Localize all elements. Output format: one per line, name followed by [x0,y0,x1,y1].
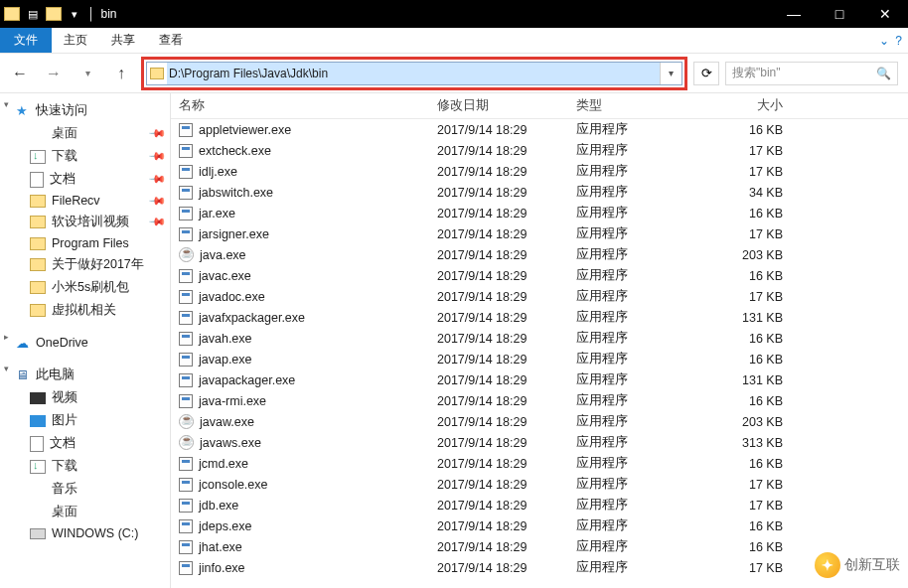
file-icon [179,373,193,387]
ribbon-help-icon[interactable]: ? [895,34,902,48]
back-button[interactable]: ← [6,60,34,87]
ribbon-tab-share[interactable]: 共享 [99,28,147,53]
file-row[interactable]: javadoc.exe 2017/9/14 18:29 应用程序 17 KB [171,286,908,307]
file-icon [179,123,193,137]
qat-folder-icon[interactable] [46,7,62,21]
file-icon [179,457,193,471]
file-row[interactable]: jarsigner.exe 2017/9/14 18:29 应用程序 17 KB [171,223,908,244]
caret-icon[interactable]: ▾ [4,99,9,109]
qat-dropdown-icon[interactable]: ▾ [66,5,83,23]
sidebar-item[interactable]: 虚拟机相关 [0,299,170,322]
file-date: 2017/9/14 18:29 [429,457,568,471]
file-row[interactable]: appletviewer.exe 2017/9/14 18:29 应用程序 16… [171,119,908,140]
search-input[interactable]: 搜索"bin" 🔍 [725,62,898,85]
quick-access-header[interactable]: ★ 快速访问 [0,99,170,122]
file-size: 16 KB [687,269,797,283]
pin-icon: 📌 [147,147,166,166]
file-name: jconsole.exe [199,478,268,492]
sidebar-item[interactable]: 视频 [0,386,170,409]
pin-icon: 📌 [147,191,166,210]
sidebar-item[interactable]: 下载 [0,455,170,478]
file-row[interactable]: idlj.exe 2017/9/14 18:29 应用程序 17 KB [171,161,908,182]
video-icon [30,392,46,404]
column-date[interactable]: 修改日期 [429,97,568,114]
qat-properties-icon[interactable]: ▤ [24,5,42,23]
file-row[interactable]: javaw.exe 2017/9/14 18:29 应用程序 203 KB [171,411,908,432]
ribbon-expand-icon[interactable]: ⌄ [879,34,889,48]
file-row[interactable]: jdb.exe 2017/9/14 18:29 应用程序 17 KB [171,495,908,515]
file-size: 131 KB [687,373,797,387]
sidebar-item[interactable]: WINDOWS (C:) [0,523,170,543]
file-date: 2017/9/14 18:29 [429,207,568,220]
file-name: javaw.exe [200,415,254,429]
sidebar-item[interactable]: 关于做好2017年 [0,253,170,276]
file-row[interactable]: jabswitch.exe 2017/9/14 18:29 应用程序 34 KB [171,182,908,203]
file-row[interactable]: javac.exe 2017/9/14 18:29 应用程序 16 KB [171,265,908,286]
ribbon-tab-home[interactable]: 主页 [52,28,99,53]
sidebar-item[interactable]: 图片 [0,409,170,432]
search-icon[interactable]: 🔍 [876,67,891,80]
file-date: 2017/9/14 18:29 [429,519,568,533]
sidebar-item[interactable]: 桌面 [0,501,170,523]
forward-button[interactable]: → [40,60,68,87]
file-date: 2017/9/14 18:29 [429,561,568,575]
close-button[interactable]: ✕ [862,0,908,28]
recent-dropdown-icon[interactable]: ▾ [74,60,101,87]
column-size[interactable]: 大小 [687,97,797,114]
file-date: 2017/9/14 18:29 [429,499,568,513]
sidebar-item[interactable]: 小米5s刷机包 [0,276,170,299]
sidebar-item[interactable]: 文档 📌 [0,168,170,191]
file-list[interactable]: 名称 修改日期 类型 大小 appletviewer.exe 2017/9/14… [171,93,908,588]
refresh-button[interactable]: ⟳ [693,62,719,85]
sidebar-item[interactable]: 音乐 [0,478,170,501]
file-row[interactable]: javapackager.exe 2017/9/14 18:29 应用程序 13… [171,369,908,390]
file-type: 应用程序 [568,517,687,534]
file-type: 应用程序 [568,434,687,451]
file-date: 2017/9/14 18:29 [429,248,568,262]
address-bar[interactable]: D:\Program Files\Java\Jdk\bin ▾ [146,62,682,85]
navigation-pane[interactable]: ▾ ★ 快速访问 桌面 📌 下载 📌 文档 📌 FileRecv 📌 软设培训视… [0,93,171,588]
file-icon [179,353,193,367]
column-type[interactable]: 类型 [568,97,687,114]
sidebar-item[interactable]: 桌面 📌 [0,122,170,145]
maximize-button[interactable]: □ [817,0,862,28]
minimize-button[interactable]: — [771,0,817,28]
address-path[interactable]: D:\Program Files\Java\Jdk\bin [167,63,660,84]
file-row[interactable]: jinfo.exe 2017/9/14 18:29 应用程序 17 KB [171,557,908,578]
sidebar-item-label: 桌面 [52,125,77,142]
file-date: 2017/9/14 18:29 [429,415,568,429]
file-row[interactable]: jhat.exe 2017/9/14 18:29 应用程序 16 KB [171,536,908,557]
file-row[interactable]: javaws.exe 2017/9/14 18:29 应用程序 313 KB [171,432,908,453]
sidebar-item[interactable]: 下载 📌 [0,145,170,168]
file-row[interactable]: jar.exe 2017/9/14 18:29 应用程序 16 KB [171,203,908,223]
onedrive-header[interactable]: ☁ OneDrive [0,332,170,354]
sidebar-item-label: 桌面 [52,504,77,520]
file-row[interactable]: javah.exe 2017/9/14 18:29 应用程序 16 KB [171,328,908,349]
file-row[interactable]: java.exe 2017/9/14 18:29 应用程序 203 KB [171,244,908,265]
file-row[interactable]: jcmd.exe 2017/9/14 18:29 应用程序 16 KB [171,453,908,474]
file-row[interactable]: java-rmi.exe 2017/9/14 18:29 应用程序 16 KB [171,390,908,411]
address-folder-icon [147,68,167,79]
up-button[interactable]: ↑ [107,60,135,87]
file-row[interactable]: javap.exe 2017/9/14 18:29 应用程序 16 KB [171,349,908,369]
file-tab[interactable]: 文件 [0,28,52,53]
sidebar-item[interactable]: FileRecv 📌 [0,191,170,211]
address-dropdown-icon[interactable]: ▾ [660,63,681,84]
this-pc-header[interactable]: 🖥 此电脑 [0,364,170,386]
caret-icon[interactable]: ▸ [4,332,9,342]
column-name[interactable]: 名称 [171,97,429,114]
file-size: 313 KB [687,436,797,450]
sidebar-item[interactable]: 软设培训视频 📌 [0,211,170,233]
star-icon: ★ [14,103,30,119]
ribbon-tab-view[interactable]: 查看 [147,28,195,53]
sidebar-item[interactable]: Program Files [0,233,170,253]
caret-icon[interactable]: ▾ [4,364,9,373]
file-row[interactable]: extcheck.exe 2017/9/14 18:29 应用程序 17 KB [171,140,908,161]
file-name: javap.exe [199,353,252,367]
file-icon [179,247,194,262]
file-row[interactable]: jdeps.exe 2017/9/14 18:29 应用程序 16 KB [171,515,908,536]
file-row[interactable]: javafxpackager.exe 2017/9/14 18:29 应用程序 … [171,307,908,328]
sidebar-item[interactable]: 文档 [0,432,170,455]
file-row[interactable]: jconsole.exe 2017/9/14 18:29 应用程序 17 KB [171,474,908,495]
file-size: 16 KB [687,540,797,554]
